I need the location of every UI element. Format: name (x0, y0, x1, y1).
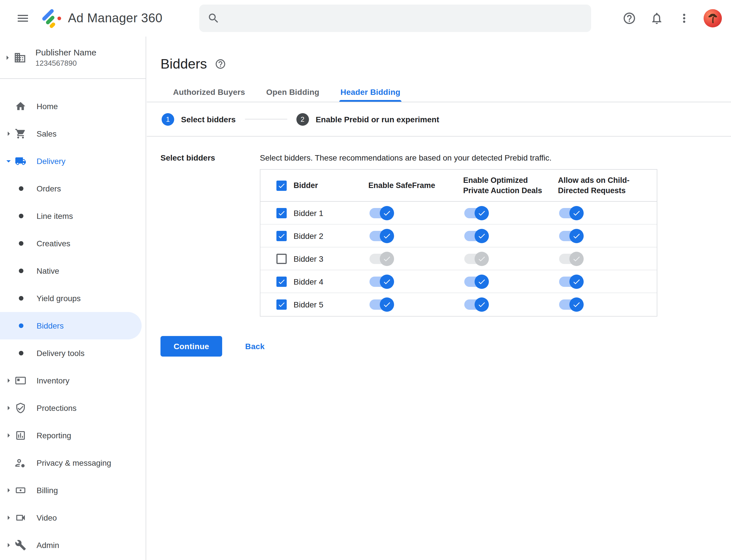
check-icon (278, 232, 286, 240)
caret-right-icon[interactable] (3, 403, 14, 413)
sidebar-item-label: Video (37, 513, 57, 522)
safeframe-toggle[interactable] (369, 206, 392, 220)
sidebar-item-protections[interactable]: Protections (0, 394, 146, 422)
bidder-row: Bidder 1 (261, 202, 657, 225)
sidebar-item-native[interactable]: Native (0, 257, 146, 285)
check-icon (477, 209, 486, 217)
toggle-cell (368, 275, 463, 288)
bidder-row: Bidder 4 (261, 270, 657, 293)
sidebar-item-creatives[interactable]: Creatives (0, 230, 146, 257)
bell-icon (650, 11, 664, 25)
toggle-cell (558, 252, 658, 265)
main-menu-button[interactable] (11, 7, 34, 30)
sidebar-item-video[interactable]: Video (0, 504, 146, 531)
back-link[interactable]: Back (245, 342, 265, 351)
toggle-cell (368, 298, 463, 311)
user-avatar[interactable] (704, 9, 722, 27)
toggle-thumb (569, 206, 584, 220)
toggle-thumb (569, 274, 584, 289)
tab-authorized-buyers[interactable]: Authorized Buyers (172, 84, 246, 102)
billing-icon (15, 485, 26, 496)
page-help-icon[interactable] (215, 58, 227, 70)
step-2-label: Enable Prebid or run experiment (316, 115, 439, 124)
caret-right-icon[interactable] (3, 129, 14, 139)
sidebar-item-label: Privacy & messaging (37, 458, 111, 467)
caret-right-icon[interactable] (3, 513, 14, 523)
child-directed-toggle[interactable] (559, 206, 582, 220)
toggle-thumb (380, 274, 394, 289)
caret-right-icon[interactable] (3, 375, 14, 386)
toggle-cell (558, 275, 658, 288)
safeframe-toggle[interactable] (369, 252, 392, 265)
sidebar-item-privacy-messaging[interactable]: Privacy & messaging (0, 449, 146, 477)
optimized-deals-toggle[interactable] (464, 298, 487, 311)
bullet-icon (19, 323, 23, 328)
caret-right-icon[interactable] (3, 540, 14, 550)
step-connector (245, 119, 287, 119)
sidebar-item-inventory[interactable]: Inventory (0, 367, 146, 394)
bidder-checkbox[interactable] (277, 276, 287, 287)
sidebar-item-home[interactable]: Home (0, 93, 146, 120)
sidebar-item-yield-groups[interactable]: Yield groups (0, 285, 146, 312)
more-vert-icon (677, 11, 691, 25)
select-all-checkbox[interactable] (277, 180, 287, 191)
checkbox-cell (261, 276, 294, 287)
optimized-deals-toggle[interactable] (464, 275, 487, 288)
bidder-checkbox[interactable] (277, 299, 287, 310)
sidebar-item-billing[interactable]: Billing (0, 477, 146, 504)
safeframe-toggle[interactable] (369, 229, 392, 243)
checkbox-cell (261, 208, 294, 218)
safeframe-toggle[interactable] (369, 298, 392, 311)
bidders-table: Bidder Enable SafeFrame Enable Optimized… (260, 169, 657, 317)
table-header-row: Bidder Enable SafeFrame Enable Optimized… (261, 170, 657, 202)
child-directed-toggle[interactable] (559, 275, 582, 288)
safeframe-toggle[interactable] (369, 275, 392, 288)
tab-header-bidding[interactable]: Header Bidding (339, 84, 401, 102)
sidebar-item-orders[interactable]: Orders (0, 175, 146, 202)
help-button[interactable] (618, 7, 641, 30)
optimized-deals-toggle[interactable] (464, 229, 487, 243)
sidebar-item-admin[interactable]: Admin (0, 531, 146, 559)
sidebar-item-sales[interactable]: Sales (0, 120, 146, 147)
toggle-thumb (380, 297, 394, 312)
check-icon (572, 231, 581, 240)
continue-button[interactable]: Continue (161, 336, 223, 357)
privacy-icon (15, 457, 26, 469)
sidebar-item-label: Creatives (37, 239, 70, 248)
check-icon (382, 254, 391, 263)
search-input[interactable] (227, 5, 583, 32)
sidebar-item-label: Native (37, 266, 59, 275)
caret-right-icon[interactable] (3, 430, 14, 441)
sidebar-item-bidders[interactable]: Bidders (0, 312, 142, 339)
check-icon (382, 231, 391, 240)
ad-manager-logo-icon (42, 9, 61, 28)
bidder-checkbox[interactable] (277, 231, 287, 241)
caret-right-icon[interactable] (3, 485, 14, 495)
more-options-button[interactable] (673, 7, 696, 30)
sidebar-item-delivery-tools[interactable]: Delivery tools (0, 339, 146, 367)
toggle-cell (463, 298, 558, 311)
optimized-deals-toggle[interactable] (464, 206, 487, 220)
child-directed-toggle[interactable] (559, 298, 582, 311)
bidder-name: Bidder 4 (294, 277, 368, 286)
sidebar-item-reporting[interactable]: Reporting (0, 422, 146, 449)
tab-open-bidding[interactable]: Open Bidding (265, 84, 321, 102)
form-area: Select bidders. These recommendations ar… (260, 148, 657, 317)
column-header-bidder: Bidder (294, 180, 368, 191)
optimized-deals-toggle[interactable] (464, 252, 487, 265)
action-buttons: Continue Back (161, 336, 717, 357)
column-header-optimized-deals: Enable Optimized Private Auction Deals (463, 175, 558, 195)
bidder-checkbox[interactable] (277, 253, 287, 264)
sidebar-item-delivery[interactable]: Delivery (0, 147, 146, 175)
child-directed-toggle[interactable] (559, 252, 582, 265)
sidebar-item-line-items[interactable]: Line items (0, 202, 146, 230)
notifications-button[interactable] (645, 7, 668, 30)
publisher-switcher[interactable]: Publisher Name 1234567890 (0, 37, 146, 78)
bidder-checkbox[interactable] (277, 208, 287, 218)
child-directed-toggle[interactable] (559, 229, 582, 243)
publisher-info: Publisher Name 1234567890 (35, 47, 96, 67)
toggle-thumb (569, 297, 584, 312)
sidebar: Publisher Name 1234567890 HomeSalesDeliv… (0, 37, 146, 560)
search-bar[interactable] (199, 5, 591, 32)
caret-down-icon[interactable] (3, 156, 14, 166)
